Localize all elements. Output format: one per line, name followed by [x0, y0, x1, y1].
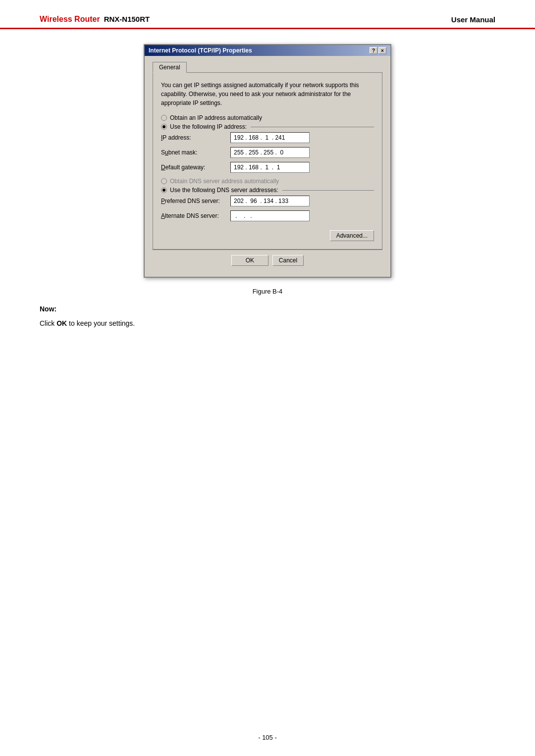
tab-general[interactable]: General [153, 62, 187, 73]
radio-auto-dns[interactable]: Obtain DNS server address automatically [161, 178, 374, 185]
separator-line [251, 127, 374, 127]
gateway-label-text: Default gateway: [161, 164, 205, 171]
dialog-title: Internet Protocol (TCP/IP) Properties [149, 47, 252, 54]
tab-row: General [153, 62, 382, 73]
radio-auto-dns-control[interactable] [161, 178, 167, 184]
radio-use-dns-row[interactable]: Use the following DNS server addresses: [161, 187, 374, 194]
body-text-section: Now: Click OK to keep your settings. [0, 305, 535, 329]
gateway-input[interactable] [230, 162, 310, 173]
alternate-dns-input[interactable] [230, 210, 310, 221]
now-label: Now: [40, 305, 495, 313]
advanced-button[interactable]: Advanced... [330, 230, 374, 241]
gateway-label: Default gateway: [161, 164, 230, 171]
description-text: You can get IP settings assigned automat… [161, 81, 374, 107]
alternate-dns-row: Alternate DNS server: [161, 210, 374, 221]
paragraph-text-after: to keep your settings. [67, 319, 135, 327]
radio-use-dns-label: Use the following DNS server addresses: [170, 187, 278, 194]
body-paragraph: Click OK to keep your settings. [40, 318, 495, 329]
gateway-row: Default gateway: [161, 162, 374, 173]
dns-section: Obtain DNS server address automatically … [161, 178, 374, 221]
panel-general: You can get IP settings assigned automat… [153, 72, 382, 250]
manual-label: User Manual [451, 15, 495, 24]
brand-label: Wireless Router [40, 15, 100, 24]
dns-separator-line [282, 190, 374, 191]
help-button[interactable]: ? [370, 47, 377, 54]
dialog-titlebar: Internet Protocol (TCP/IP) Properties ? … [145, 45, 390, 56]
radio-use-ip-control[interactable] [161, 124, 167, 130]
radio-auto-ip-control[interactable] [161, 115, 167, 121]
radio-auto-ip-label: Obtain an IP address automatically [170, 114, 262, 121]
ip-address-input[interactable] [230, 132, 310, 143]
advanced-row: Advanced... [161, 226, 374, 241]
alternate-label-text: Alternate DNS server: [161, 212, 219, 219]
close-button[interactable]: × [378, 47, 386, 54]
page-header: Wireless Router RNX-N150RT User Manual [0, 0, 535, 29]
radio-auto-dns-label: Obtain DNS server address automatically [170, 178, 279, 185]
radio-auto-ip[interactable]: Obtain an IP address automatically [161, 114, 374, 121]
model-label: RNX-N150RT [104, 15, 150, 23]
figure-caption: Figure B-4 [253, 288, 283, 295]
preferred-dns-label: Preferred DNS server: [161, 198, 230, 204]
tcp-ip-dialog: Internet Protocol (TCP/IP) Properties ? … [144, 44, 391, 278]
titlebar-controls: ? × [370, 47, 386, 54]
preferred-label-text: Preferred DNS server: [161, 198, 220, 204]
paragraph-bold: OK [56, 319, 67, 327]
radio-use-dns-control[interactable] [161, 187, 167, 193]
paragraph-text-before: Click [40, 319, 56, 327]
dialog-body: General You can get IP settings assigned… [145, 56, 390, 277]
dialog-footer: OK Cancel [153, 250, 382, 271]
subnet-label: Subnet mask: [161, 149, 230, 156]
radio-use-ip-row[interactable]: Use the following IP address: [161, 123, 374, 130]
alternate-dns-label: Alternate DNS server: [161, 212, 230, 219]
preferred-dns-row: Preferred DNS server: [161, 196, 374, 206]
ok-button[interactable]: OK [231, 255, 268, 266]
radio-use-ip-label: Use the following IP address: [170, 123, 247, 130]
ip-label-text: IP address: [161, 134, 191, 141]
subnet-row: Subnet mask: [161, 147, 374, 158]
cancel-button[interactable]: Cancel [272, 255, 304, 266]
page-number: - 105 - [258, 734, 277, 741]
content-area: Internet Protocol (TCP/IP) Properties ? … [0, 44, 535, 305]
ip-address-label: IP address: [161, 134, 230, 141]
ip-address-row: IP address: [161, 132, 374, 143]
subnet-label-text: Subnet mask: [161, 149, 197, 156]
subnet-input[interactable] [230, 147, 310, 158]
preferred-dns-input[interactable] [230, 196, 310, 206]
page-footer: - 105 - [0, 734, 535, 741]
header-left: Wireless Router RNX-N150RT [40, 15, 150, 24]
